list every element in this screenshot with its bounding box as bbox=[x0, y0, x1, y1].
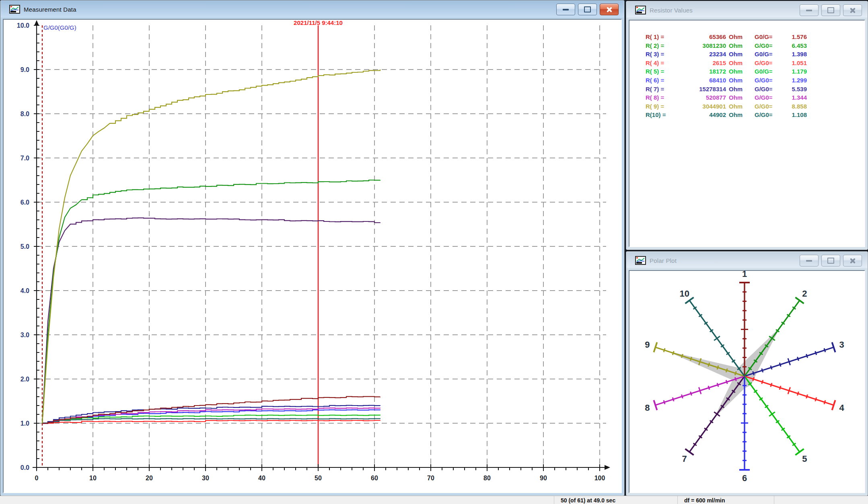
radar-axis-tick bbox=[726, 380, 727, 384]
resistor-label: R(10) = bbox=[646, 111, 677, 119]
restore-icon bbox=[827, 258, 834, 264]
radar-axis-tick bbox=[690, 391, 691, 395]
status-bar: 50 (of 61) at 49.0 sec df = 600 ml/min bbox=[0, 496, 868, 504]
y-tick-label: 6.0 bbox=[21, 199, 29, 206]
resistor-value: 68410 bbox=[677, 76, 726, 85]
y-tick-label: 4.0 bbox=[21, 287, 29, 294]
resistor-row: R( 7) =15278314OhmG/G0=5.539 bbox=[646, 85, 864, 94]
restore-button[interactable] bbox=[821, 4, 840, 16]
resistor-value: 3081230 bbox=[677, 41, 726, 50]
x-tick-label: 20 bbox=[146, 475, 153, 481]
resistor-value: 3044901 bbox=[677, 102, 726, 111]
close-icon bbox=[849, 258, 856, 264]
x-tick-label: 10 bbox=[89, 475, 97, 481]
resistor-value: 44902 bbox=[677, 111, 726, 119]
ratio-value: 1.108 bbox=[781, 111, 807, 119]
ratio-label: G/G0= bbox=[755, 111, 781, 119]
restore-button[interactable] bbox=[821, 255, 840, 266]
measurement-data-titlebar[interactable]: Measurement Data bbox=[0, 0, 624, 18]
radar-value-polygon bbox=[666, 327, 780, 418]
resistor-values-client: R( 1) =65366OhmG0/G=1.576R( 2) =3081230O… bbox=[629, 20, 865, 247]
resistor-label: R( 1) = bbox=[646, 33, 677, 41]
resistor-unit: Ohm bbox=[726, 33, 750, 41]
radar-axis-label: 7 bbox=[682, 454, 687, 464]
resistor-label: R( 9) = bbox=[646, 102, 677, 111]
measurement-chart-svg[interactable]: 2021/11/5 9:44:1001020304050607080901000… bbox=[4, 20, 621, 492]
minimize-button[interactable] bbox=[800, 4, 819, 16]
close-button[interactable] bbox=[843, 255, 862, 266]
resistor-unit: Ohm bbox=[726, 67, 750, 76]
ratio-value: 5.539 bbox=[781, 85, 807, 94]
x-tick-label: 70 bbox=[427, 475, 434, 481]
radar-axis-label: 2 bbox=[802, 289, 807, 299]
resistor-unit: Ohm bbox=[726, 85, 750, 94]
radar-axis-tick bbox=[824, 348, 825, 352]
minimize-button[interactable] bbox=[800, 255, 819, 266]
measurement-chart-area[interactable]: 2021/11/5 9:44:1001020304050607080901000… bbox=[3, 19, 622, 493]
polar-chart-svg[interactable]: 12345678910 bbox=[629, 271, 865, 493]
radar-axis-tick bbox=[780, 386, 781, 390]
status-flow: df = 600 ml/min bbox=[678, 496, 774, 504]
close-button[interactable] bbox=[600, 4, 619, 15]
close-icon bbox=[849, 8, 856, 13]
radar-axis-label: 6 bbox=[742, 473, 747, 483]
resistor-row: R( 6) =68410OhmG/G0=1.299 bbox=[646, 76, 864, 85]
y-tick-label: 0.0 bbox=[21, 464, 29, 471]
resistor-value: 18172 bbox=[677, 67, 726, 76]
resistor-values-titlebar[interactable]: Resistor Values bbox=[626, 1, 868, 19]
x-tick-label: 0 bbox=[35, 475, 39, 481]
x-tick-label: 50 bbox=[315, 475, 322, 481]
x-tick-label: 30 bbox=[202, 475, 209, 481]
radar-axis-tick bbox=[769, 412, 775, 416]
ratio-label: G/G0= bbox=[755, 102, 781, 111]
resistor-label: R( 2) = bbox=[646, 41, 677, 50]
radar-axis-tick bbox=[664, 348, 665, 352]
resistor-label: R( 7) = bbox=[646, 85, 677, 94]
x-tick-label: 40 bbox=[258, 475, 265, 481]
y-tick-label: 8.0 bbox=[21, 111, 29, 117]
polar-plot-titlebar[interactable]: Polar Plot bbox=[626, 252, 868, 269]
restore-icon bbox=[584, 6, 591, 12]
radar-axis-tick bbox=[673, 397, 674, 402]
resistor-value: 15278314 bbox=[677, 85, 726, 94]
radar-axis-label: 5 bbox=[802, 454, 807, 464]
restore-icon bbox=[827, 7, 834, 13]
radar-axis-label: 3 bbox=[839, 340, 844, 350]
ratio-label: G/G0= bbox=[755, 85, 781, 94]
ratio-value: 1.576 bbox=[781, 33, 807, 41]
resistor-unit: Ohm bbox=[726, 41, 750, 50]
radar-axis-label: 9 bbox=[645, 340, 650, 350]
ratio-label: G/G0= bbox=[755, 93, 781, 102]
minimize-button[interactable] bbox=[556, 4, 575, 15]
radar-axis-tick bbox=[664, 400, 665, 404]
resistor-label: R( 8) = bbox=[646, 93, 677, 102]
y-tick-label: 5.0 bbox=[21, 243, 29, 250]
resistor-row: R( 9) =3044901OhmG/G0=8.858 bbox=[646, 102, 864, 111]
resistor-value: 23234 bbox=[677, 50, 726, 59]
ratio-label: G/G0= bbox=[755, 76, 781, 85]
x-tick-label: 100 bbox=[594, 475, 605, 481]
restore-button[interactable] bbox=[578, 4, 597, 15]
resistor-label: R( 5) = bbox=[646, 67, 677, 76]
resistor-row: R(10) =44902OhmG/G0=1.108 bbox=[646, 111, 864, 119]
radar-axis-tick bbox=[806, 354, 808, 358]
resistor-unit: Ohm bbox=[726, 59, 750, 68]
resistor-unit: Ohm bbox=[726, 50, 750, 59]
ratio-value: 1.344 bbox=[781, 93, 807, 102]
resistor-unit: Ohm bbox=[726, 111, 750, 119]
ratio-label: G0/G= bbox=[755, 33, 781, 41]
resistor-label: R( 3) = bbox=[646, 50, 677, 59]
radar-axis-tick bbox=[806, 395, 808, 399]
x-axis-arrow bbox=[605, 465, 610, 470]
y-tick-label: 1.0 bbox=[21, 420, 29, 427]
resistor-values-window: Resistor Values R( 1) =65366OhmG0/G=1.57… bbox=[626, 1, 868, 250]
radar-axis-label: 8 bbox=[645, 403, 650, 413]
radar-axis-label: 4 bbox=[839, 403, 844, 413]
measurement-chart[interactable]: 2021/11/5 9:44:1001020304050607080901000… bbox=[4, 20, 621, 492]
close-button[interactable] bbox=[843, 4, 862, 16]
resistor-row: R( 2) =3081230OhmG/G0=6.453 bbox=[646, 41, 864, 50]
minimize-icon bbox=[563, 9, 569, 10]
polar-chart[interactable]: 12345678910 bbox=[629, 271, 864, 492]
ratio-value: 1.398 bbox=[781, 50, 807, 59]
radar-axis-tick bbox=[673, 351, 674, 355]
